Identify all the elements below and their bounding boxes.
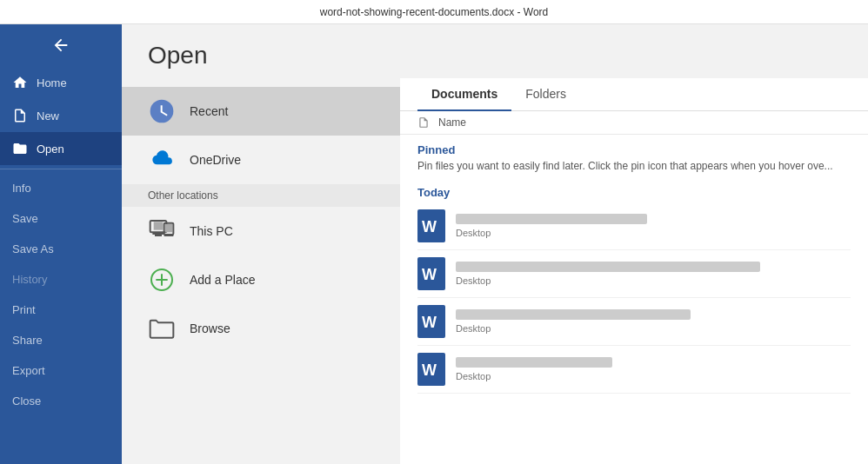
svg-text:W: W [422, 266, 437, 283]
sidebar-item-save[interactable]: Save [0, 203, 122, 234]
sidebar-label-open: Open [37, 143, 64, 156]
locations-panel: Recent OneDrive Other locations [122, 78, 400, 464]
cloud-icon [148, 146, 176, 174]
main-content: Open Recent OneDrive [122, 24, 868, 464]
location-this-pc[interactable]: This PC [122, 207, 400, 255]
clock-icon [148, 97, 176, 125]
page-title: Open [148, 42, 842, 70]
file-info: Desktop [456, 357, 612, 381]
sidebar-item-close[interactable]: Close [0, 386, 122, 416]
file-name-blurred [456, 309, 691, 320]
files-name-column: Name [438, 116, 466, 129]
sidebar-label-close: Close [12, 394, 41, 408]
home-icon [12, 75, 28, 90]
location-this-pc-label: This PC [190, 224, 233, 238]
back-icon [51, 36, 70, 55]
svg-rect-6 [165, 224, 172, 232]
location-onedrive-label: OneDrive [190, 153, 241, 167]
file-location: Desktop [456, 371, 612, 381]
app-body: Home New Open Info Save Save As History [0, 24, 868, 464]
location-recent-label: Recent [190, 104, 228, 118]
other-locations-label: Other locations [122, 184, 400, 207]
sidebar-item-home[interactable]: Home [0, 66, 122, 99]
sidebar-label-home: Home [37, 76, 67, 89]
files-name-header: Name [400, 111, 868, 135]
sidebar-label-share: Share [12, 334, 43, 347]
pinned-description: Pin files you want to easily find later.… [417, 160, 851, 177]
file-location: Desktop [456, 323, 691, 334]
tab-documents[interactable]: Documents [417, 78, 511, 111]
svg-text:W: W [422, 314, 437, 331]
new-doc-icon [12, 108, 28, 123]
files-content: Pinned Pin files you want to easily find… [400, 135, 868, 464]
svg-rect-2 [154, 222, 164, 229]
location-add-place[interactable]: Add a Place [122, 255, 400, 304]
file-name-blurred [456, 214, 647, 224]
main-header: Open [122, 24, 868, 78]
file-info: Desktop [456, 309, 691, 334]
title-bar: word-not-showing-recent-documents.docx -… [0, 0, 868, 24]
title-text: word-not-showing-recent-documents.docx -… [320, 6, 549, 18]
file-header-icon [417, 116, 430, 129]
files-panel: Documents Folders Name Pinned Pin files [400, 78, 868, 464]
list-item[interactable]: W Desktop [417, 346, 851, 394]
sidebar-item-print[interactable]: Print [0, 295, 122, 325]
location-browse-label: Browse [190, 321, 230, 335]
sidebar-label-export: Export [12, 364, 45, 377]
svg-text:W: W [422, 218, 437, 235]
word-file-icon: W [417, 353, 445, 386]
computer-icon [148, 217, 176, 245]
sidebar-item-history: History [0, 264, 122, 295]
list-item[interactable]: W Desktop [417, 298, 851, 346]
file-info: Desktop [456, 262, 760, 286]
list-item[interactable]: W Desktop [417, 202, 851, 250]
sidebar-item-export[interactable]: Export [0, 355, 122, 386]
sidebar-label-history: History [12, 273, 47, 286]
sidebar-label-save: Save [12, 212, 38, 225]
sidebar-item-share[interactable]: Share [0, 325, 122, 355]
files-tabs: Documents Folders [400, 78, 868, 111]
browse-icon [148, 315, 176, 342]
file-name-blurred [456, 262, 760, 272]
sidebar-item-open[interactable]: Open [0, 132, 122, 165]
sidebar-label-save-as: Save As [12, 242, 54, 255]
location-add-place-label: Add a Place [190, 273, 256, 287]
sidebar-item-info[interactable]: Info [0, 173, 122, 203]
file-location: Desktop [456, 275, 760, 286]
open-body: Recent OneDrive Other locations [122, 78, 868, 464]
svg-rect-7 [164, 235, 174, 236]
sidebar-label-info: Info [12, 182, 31, 195]
back-button[interactable] [0, 24, 122, 66]
word-file-icon: W [417, 257, 445, 290]
folder-icon [12, 141, 28, 156]
file-name-blurred [456, 357, 612, 368]
sidebar-label-print: Print [12, 303, 36, 316]
svg-rect-3 [152, 232, 164, 235]
section-today-label: Today [417, 177, 851, 202]
tab-folders[interactable]: Folders [511, 78, 580, 111]
location-browse[interactable]: Browse [122, 304, 400, 353]
list-item[interactable]: W Desktop [417, 250, 851, 298]
sidebar-item-save-as[interactable]: Save As [0, 234, 122, 264]
sidebar-label-new: New [37, 109, 59, 123]
sidebar-divider [0, 169, 122, 169]
svg-text:W: W [422, 361, 437, 379]
file-location: Desktop [456, 228, 647, 238]
svg-rect-4 [155, 235, 162, 236]
file-info: Desktop [456, 214, 647, 238]
add-place-icon [148, 266, 176, 294]
sidebar-item-new[interactable]: New [0, 99, 122, 132]
word-file-icon: W [417, 209, 445, 242]
section-pinned-label: Pinned [417, 135, 851, 160]
location-onedrive[interactable]: OneDrive [122, 136, 400, 184]
word-file-icon: W [417, 305, 445, 338]
location-recent[interactable]: Recent [122, 87, 400, 136]
sidebar: Home New Open Info Save Save As History [0, 24, 122, 464]
